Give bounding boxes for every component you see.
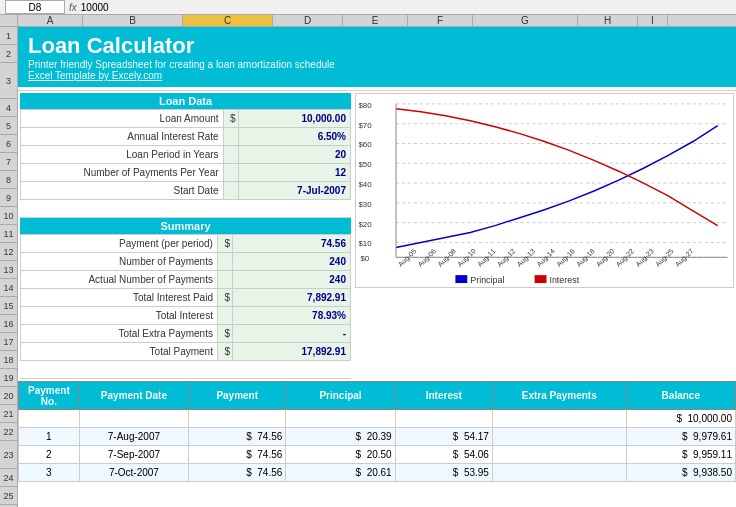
svg-text:$70: $70 (358, 121, 372, 130)
spacer-row13 (20, 200, 351, 218)
total-interest-value: 78.93% (232, 307, 350, 325)
svg-rect-35 (455, 275, 467, 283)
total-interest-dollar (217, 307, 232, 325)
row-numbers: 1 2 3 4 5 6 7 8 9 10 11 12 13 14 15 16 1… (0, 27, 18, 507)
app-subtitle: Printer friendly Spreadsheet for creatin… (28, 59, 726, 70)
amortization-section: Payment No. Payment Date Payment Princip… (18, 381, 736, 482)
col-header-row-num (0, 15, 18, 26)
row-num-10: 10 (0, 207, 17, 225)
row1-extra (492, 428, 626, 446)
row-num-12: 12 (0, 243, 17, 261)
name-box[interactable] (5, 0, 65, 14)
formula-bar: fx 10000 (0, 0, 736, 15)
svg-text:Aug-14: Aug-14 (535, 247, 557, 269)
row-num-14: 14 (0, 279, 17, 297)
extra-payments-dollar: $ (217, 325, 232, 343)
total-interest-paid-dollar: $ (217, 289, 232, 307)
row-num-8: 8 (0, 171, 17, 189)
num-payments-dollar (217, 253, 232, 271)
col-header-i[interactable]: I (638, 15, 668, 26)
svg-text:Interest: Interest (549, 275, 579, 285)
row3-prin: $ 20.61 (286, 464, 395, 482)
extra-payments-row: Total Extra Payments $ - (21, 325, 351, 343)
col-header-c[interactable]: C (183, 15, 273, 26)
svg-text:$60: $60 (358, 140, 372, 149)
col-header-balance: Balance (626, 382, 735, 410)
row-num-22: 22 (0, 423, 17, 441)
payment-period-row: Payment (per period) $ 74.56 (21, 235, 351, 253)
left-panel: Loan Data Loan Amount $ 10,000.00 Annual… (18, 91, 353, 381)
amortization-table: Payment No. Payment Date Payment Princip… (18, 381, 736, 482)
total-interest-paid-value: 7,892.91 (232, 289, 350, 307)
row1-no: 1 (19, 428, 80, 446)
svg-text:Aug-08: Aug-08 (436, 247, 458, 269)
col-header-d[interactable]: D (273, 15, 343, 26)
col-header-g[interactable]: G (473, 15, 578, 26)
start-date-value[interactable]: 7-Jul-2007 (238, 182, 350, 200)
row1-bal: $ 9,979.61 (626, 428, 735, 446)
col-header-f[interactable]: F (408, 15, 473, 26)
row3-pay: $ 74.56 (189, 464, 286, 482)
row1-int: $ 54.17 (395, 428, 492, 446)
loan-data-table: Loan Amount $ 10,000.00 Annual Interest … (20, 109, 351, 200)
svg-text:Aug-12: Aug-12 (496, 247, 518, 269)
payments-per-year-dollar (223, 164, 238, 182)
row-num-24: 24 (0, 469, 17, 487)
loan-period-label: Loan Period in Years (21, 146, 224, 164)
loan-data-header: Loan Data (20, 93, 351, 109)
svg-text:$80: $80 (358, 101, 372, 110)
col-header-a[interactable]: A (18, 15, 83, 26)
svg-text:$40: $40 (358, 180, 372, 189)
loan-amount-value[interactable]: 10,000.00 (238, 110, 350, 128)
interest-rate-dollar (223, 128, 238, 146)
table-row: 1 7-Aug-2007 $ 74.56 $ 20.39 $ 54.17 $ 9… (19, 428, 736, 446)
loan-amount-dollar: $ (223, 110, 238, 128)
rows-area: 1 2 3 4 5 6 7 8 9 10 11 12 13 14 15 16 1… (0, 27, 736, 507)
row-num-13: 13 (0, 261, 17, 279)
payment-period-label: Payment (per period) (21, 235, 218, 253)
actual-payments-dollar (217, 271, 232, 289)
total-interest-row: Total Interest 78.93% (21, 307, 351, 325)
total-payment-dollar: $ (217, 343, 232, 361)
empty-int (395, 410, 492, 428)
num-payments-value: 240 (232, 253, 350, 271)
loan-amount-label: Loan Amount (21, 110, 224, 128)
interest-rate-value[interactable]: 6.50% (238, 128, 350, 146)
actual-payments-row: Actual Number of Payments 240 (21, 271, 351, 289)
actual-payments-label: Actual Number of Payments (21, 271, 218, 289)
svg-text:Aug-05: Aug-05 (397, 247, 419, 269)
row2-pay: $ 74.56 (189, 446, 286, 464)
svg-text:Aug-16: Aug-16 (555, 247, 577, 269)
payments-per-year-value[interactable]: 12 (238, 164, 350, 182)
loan-period-row: Loan Period in Years 20 (21, 146, 351, 164)
actual-payments-value: 240 (232, 271, 350, 289)
payment-period-dollar: $ (217, 235, 232, 253)
payments-per-year-label: Number of Payments Per Year (21, 164, 224, 182)
chart-area: $80 $70 $60 $50 $40 $30 $20 $10 $0 (355, 93, 734, 288)
row2-no: 2 (19, 446, 80, 464)
right-panel: $80 $70 $60 $50 $40 $30 $20 $10 $0 (353, 91, 736, 381)
svg-text:Aug-18: Aug-18 (575, 247, 597, 269)
row-num-4: 4 (0, 99, 17, 117)
row-num-7: 7 (0, 153, 17, 171)
svg-text:$0: $0 (360, 254, 369, 263)
loan-period-value[interactable]: 20 (238, 146, 350, 164)
col-header-b[interactable]: B (83, 15, 183, 26)
main-content-area: Loan Data Loan Amount $ 10,000.00 Annual… (18, 91, 736, 381)
col-header-h[interactable]: H (578, 15, 638, 26)
app-credit[interactable]: Excel Template by Excely.com (28, 70, 162, 81)
payment-period-value: 74.56 (232, 235, 350, 253)
svg-text:Aug-22: Aug-22 (614, 247, 636, 269)
row2-date: 7-Sep-2007 (79, 446, 188, 464)
row2-bal: $ 9,959.11 (626, 446, 735, 464)
svg-text:$30: $30 (358, 200, 372, 209)
col-header-e[interactable]: E (343, 15, 408, 26)
summary-table: Payment (per period) $ 74.56 Number of P… (20, 234, 351, 361)
formula-content: 10000 (81, 2, 109, 13)
loan-amount-row: Loan Amount $ 10,000.00 (21, 110, 351, 128)
row3-date: 7-Oct-2007 (79, 464, 188, 482)
svg-text:Aug-06: Aug-06 (417, 247, 439, 269)
start-date-label: Start Date (21, 182, 224, 200)
svg-text:Aug-23: Aug-23 (634, 247, 656, 269)
col-header-payment-date: Payment Date (79, 382, 188, 410)
